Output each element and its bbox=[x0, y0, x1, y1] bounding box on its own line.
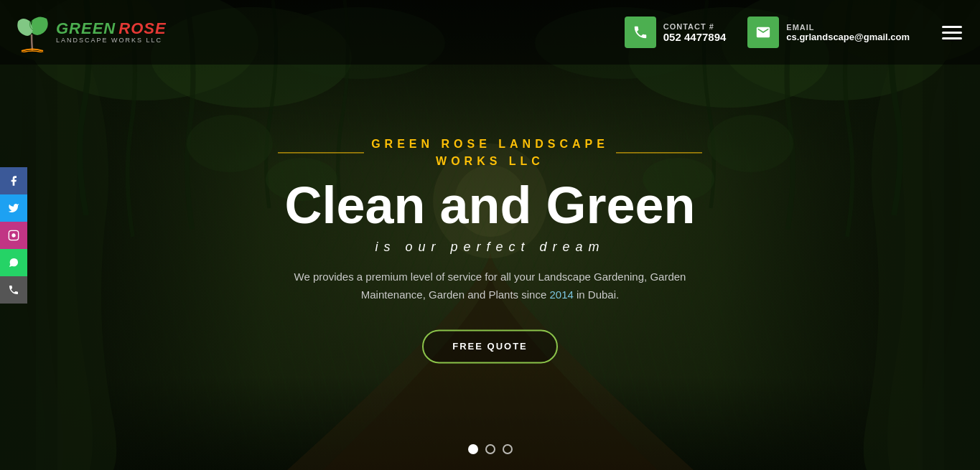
header-contact-area: CONTACT # 052 4477894 EMAIL cs.grlandsca… bbox=[172, 17, 938, 48]
email-icon-box bbox=[747, 17, 779, 48]
brand-name: GREEN ROSE LANDSCAPE WORKS LLC bbox=[371, 136, 609, 170]
hamburger-menu[interactable] bbox=[938, 19, 966, 47]
instagram-button[interactable] bbox=[0, 222, 27, 249]
hero-description: We provides a premium level of service f… bbox=[282, 268, 699, 304]
hero-main-title: Clean and Green bbox=[239, 177, 742, 234]
email-block[interactable]: EMAIL cs.grlandscape@gmail.com bbox=[747, 17, 910, 48]
email-info: EMAIL cs.grlandscape@gmail.com bbox=[786, 23, 910, 42]
twitter-button[interactable] bbox=[0, 194, 27, 222]
brand-name-area: GREEN ROSE LANDSCAPE WORKS LLC bbox=[239, 136, 742, 170]
contact-block[interactable]: CONTACT # 052 4477894 bbox=[625, 17, 727, 48]
brand-line-left bbox=[278, 152, 364, 153]
phone-icon-box bbox=[625, 17, 656, 48]
slider-dot-3[interactable] bbox=[503, 444, 513, 454]
whatsapp-button[interactable] bbox=[0, 249, 27, 276]
email-label: EMAIL bbox=[786, 23, 910, 32]
logo-rose-text: ROSE bbox=[118, 20, 166, 37]
logo-text: GREEN ROSE LANDSCAPE WORKS LLC bbox=[56, 20, 167, 44]
contact-info: CONTACT # 052 4477894 bbox=[663, 22, 727, 43]
slider-dot-1[interactable] bbox=[468, 444, 478, 454]
logo-sub-text: LANDSCAPE WORKS LLC bbox=[56, 37, 167, 44]
contact-value: 052 4477894 bbox=[663, 31, 727, 43]
free-quote-button[interactable]: FREE QUOTE bbox=[422, 329, 558, 363]
logo-icon bbox=[14, 13, 50, 52]
contact-label: CONTACT # bbox=[663, 22, 727, 31]
social-sidebar bbox=[0, 167, 27, 304]
hero-subtitle: is our perfect dream bbox=[239, 240, 742, 255]
facebook-button[interactable] bbox=[0, 167, 27, 194]
logo[interactable]: GREEN ROSE LANDSCAPE WORKS LLC bbox=[14, 13, 172, 52]
slider-dots bbox=[468, 444, 513, 454]
hero-content: GREEN ROSE LANDSCAPE WORKS LLC Clean and… bbox=[239, 136, 742, 363]
brand-line-right bbox=[616, 152, 702, 153]
logo-green-text: GREEN bbox=[56, 20, 116, 37]
phone-button[interactable] bbox=[0, 276, 27, 304]
slider-dot-2[interactable] bbox=[485, 444, 495, 454]
email-value: cs.grlandscape@gmail.com bbox=[786, 32, 910, 42]
header: GREEN ROSE LANDSCAPE WORKS LLC CONTACT #… bbox=[0, 0, 980, 65]
